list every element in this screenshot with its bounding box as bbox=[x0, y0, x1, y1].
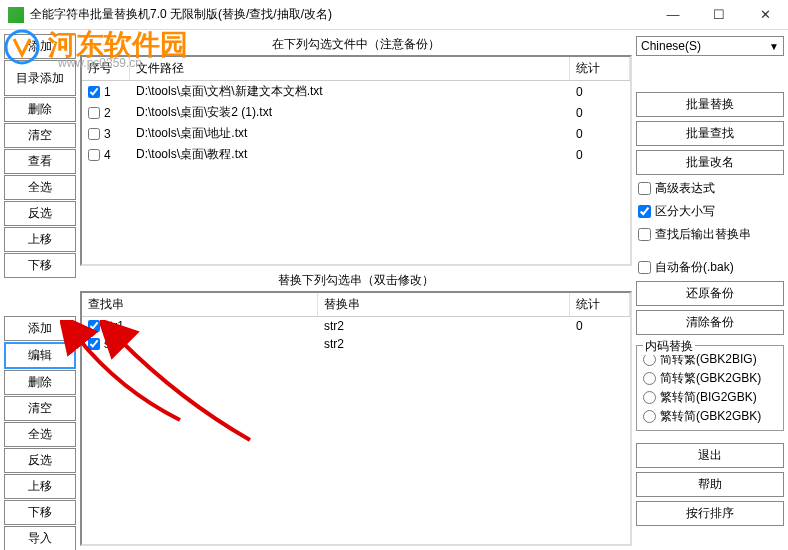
row-checkbox[interactable] bbox=[88, 86, 100, 98]
help-button[interactable]: 帮助 bbox=[636, 472, 784, 497]
batch-replace-button[interactable]: 批量替换 bbox=[636, 92, 784, 117]
repl-cell: str2 bbox=[318, 336, 570, 352]
sort-by-line-button[interactable]: 按行排序 bbox=[636, 501, 784, 526]
string-list-title: 替换下列勾选串（双击修改） bbox=[80, 270, 632, 291]
str-import-button[interactable]: 导入 bbox=[4, 526, 76, 550]
batch-find-button[interactable]: 批量查找 bbox=[636, 121, 784, 146]
col-path-header[interactable]: 文件路径 bbox=[130, 57, 570, 80]
chevron-down-icon: ▼ bbox=[769, 41, 779, 52]
str-select-all-button[interactable]: 全选 bbox=[4, 422, 76, 447]
file-list-title: 在下列勾选文件中（注意备份） bbox=[80, 34, 632, 55]
window-title: 全能字符串批量替换机7.0 无限制版(替换/查找/抽取/改名) bbox=[30, 6, 650, 23]
table-row[interactable]: 3D:\tools\桌面\地址.txt0 bbox=[82, 123, 630, 144]
invert-button[interactable]: 反选 bbox=[4, 201, 76, 226]
enc2-radio[interactable] bbox=[643, 372, 656, 385]
table-row[interactable]: str1str20 bbox=[82, 317, 630, 335]
language-combo[interactable]: Chinese(S) ▼ bbox=[636, 36, 784, 56]
auto-backup-checkbox[interactable] bbox=[638, 261, 651, 274]
col-repl-header[interactable]: 替换串 bbox=[318, 293, 570, 316]
right-panel: Chinese(S) ▼ 批量替换 批量查找 批量改名 高级表达式 区分大小写 … bbox=[636, 34, 784, 546]
adv-expr-checkbox[interactable] bbox=[638, 182, 651, 195]
stat-cell bbox=[570, 336, 630, 352]
delete-button[interactable]: 删除 bbox=[4, 97, 76, 122]
file-path-cell: D:\tools\桌面\安装2 (1).txt bbox=[130, 103, 570, 122]
table-row[interactable]: 2D:\tools\桌面\安装2 (1).txt0 bbox=[82, 102, 630, 123]
move-down-button[interactable]: 下移 bbox=[4, 253, 76, 278]
row-checkbox[interactable] bbox=[88, 338, 100, 350]
row-checkbox[interactable] bbox=[88, 107, 100, 119]
close-button[interactable]: ✕ bbox=[742, 0, 788, 30]
col-stat2-header[interactable]: 统计 bbox=[570, 293, 630, 316]
encoding-group: 内码替换 简转繁(GBK2BIG) 简转繁(GBK2GBK) 繁转简(BIG2G… bbox=[636, 345, 784, 431]
exit-button[interactable]: 退出 bbox=[636, 443, 784, 468]
stat-cell: 0 bbox=[570, 318, 630, 334]
output-after-find-checkbox[interactable] bbox=[638, 228, 651, 241]
clear-button[interactable]: 清空 bbox=[4, 123, 76, 148]
file-path-cell: D:\tools\桌面\文档\新建文本文档.txt bbox=[130, 82, 570, 101]
file-list[interactable]: 序号 文件路径 统计 1D:\tools\桌面\文档\新建文本文档.txt02D… bbox=[80, 55, 632, 266]
stat-cell: 0 bbox=[570, 82, 630, 101]
enc3-radio[interactable] bbox=[643, 391, 656, 404]
batch-rename-button[interactable]: 批量改名 bbox=[636, 150, 784, 175]
titlebar: 全能字符串批量替换机7.0 无限制版(替换/查找/抽取/改名) — ☐ ✕ bbox=[0, 0, 788, 30]
maximize-button[interactable]: ☐ bbox=[696, 0, 742, 30]
repl-cell: str2 bbox=[318, 318, 570, 334]
restore-backup-button[interactable]: 还原备份 bbox=[636, 281, 784, 306]
file-path-cell: D:\tools\桌面\教程.txt bbox=[130, 145, 570, 164]
table-row[interactable]: 4D:\tools\桌面\教程.txt0 bbox=[82, 144, 630, 165]
row-checkbox[interactable] bbox=[88, 128, 100, 140]
str-clear-button[interactable]: 清空 bbox=[4, 396, 76, 421]
clear-backup-button[interactable]: 清除备份 bbox=[636, 310, 784, 335]
file-path-cell: D:\tools\桌面\地址.txt bbox=[130, 124, 570, 143]
minimize-button[interactable]: — bbox=[650, 0, 696, 30]
table-row[interactable]: str1str2 bbox=[82, 335, 630, 353]
str-edit-button[interactable]: 编辑 bbox=[4, 342, 76, 369]
col-find-header[interactable]: 查找串 bbox=[82, 293, 318, 316]
add-button[interactable]: 添加 bbox=[4, 34, 76, 59]
app-icon bbox=[8, 7, 24, 23]
row-checkbox[interactable] bbox=[88, 320, 100, 332]
case-sensitive-checkbox[interactable] bbox=[638, 205, 651, 218]
col-seq-header[interactable]: 序号 bbox=[82, 57, 130, 80]
add-dir-button[interactable]: 目录添加 bbox=[4, 60, 76, 96]
left-toolbar: 添加 目录添加 删除 清空 查看 全选 反选 上移 下移 添加 编辑 删除 清空… bbox=[4, 34, 76, 546]
stat-cell: 0 bbox=[570, 103, 630, 122]
str-add-button[interactable]: 添加 bbox=[4, 316, 76, 341]
move-up-button[interactable]: 上移 bbox=[4, 227, 76, 252]
select-all-button[interactable]: 全选 bbox=[4, 175, 76, 200]
str-delete-button[interactable]: 删除 bbox=[4, 370, 76, 395]
view-button[interactable]: 查看 bbox=[4, 149, 76, 174]
stat-cell: 0 bbox=[570, 124, 630, 143]
str-invert-button[interactable]: 反选 bbox=[4, 448, 76, 473]
str-move-up-button[interactable]: 上移 bbox=[4, 474, 76, 499]
table-row[interactable]: 1D:\tools\桌面\文档\新建文本文档.txt0 bbox=[82, 81, 630, 102]
row-checkbox[interactable] bbox=[88, 149, 100, 161]
str-move-down-button[interactable]: 下移 bbox=[4, 500, 76, 525]
col-stat-header[interactable]: 统计 bbox=[570, 57, 630, 80]
stat-cell: 0 bbox=[570, 145, 630, 164]
language-value: Chinese(S) bbox=[641, 39, 701, 53]
string-list[interactable]: 查找串 替换串 统计 str1str20str1str2 bbox=[80, 291, 632, 546]
enc4-radio[interactable] bbox=[643, 410, 656, 423]
